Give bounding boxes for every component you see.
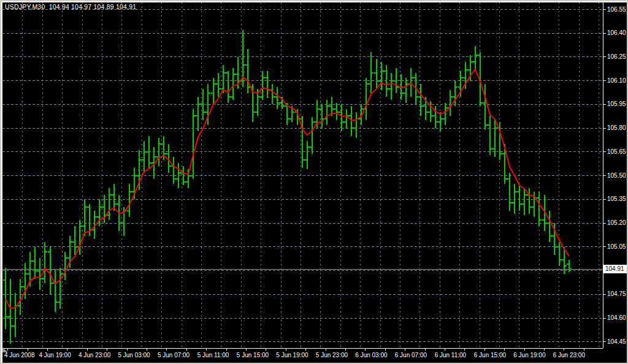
price-axis-tick-label: 106.40 [607, 29, 626, 37]
price-axis-tick-label: 105.05 [607, 243, 626, 251]
chart-title: USDJPY,M30 104.94 104.97 104.89 104.91 [5, 3, 136, 10]
time-axis-tick-label: 6 Jun 03:00 [355, 352, 387, 359]
price-axis-tick-label: 106.25 [607, 53, 626, 61]
price-axis-tick-label: 104.45 [607, 338, 626, 346]
price-axis-tick-label: 106.10 [607, 77, 626, 85]
price-axis-tick-label: 106.55 [607, 6, 626, 13]
price-axis-tick-label: 104.75 [607, 290, 626, 298]
chart-client-area: USDJPY,M30 104.94 104.97 104.89 104.91 1… [1, 1, 627, 363]
time-axis-tick-label: 6 Jun 15:00 [474, 352, 506, 359]
axis-label-overlay: USDJPY,M30 104.94 104.97 104.89 104.91 1… [2, 2, 627, 363]
price-axis-tick-label: 105.35 [607, 195, 626, 203]
time-axis-tick-label: 4 Jun 23:00 [78, 352, 110, 359]
time-axis-tick-label: 5 Jun 07:00 [158, 352, 190, 359]
time-axis-tick-label: 5 Jun 11:00 [197, 352, 229, 359]
price-axis-tick-label: 105.20 [607, 219, 626, 227]
price-axis-tick-label: 105.65 [607, 148, 626, 156]
time-axis-tick-label: 4 Jun 2008 [4, 352, 35, 359]
price-axis-tick-label: 105.80 [607, 124, 626, 132]
time-axis-tick-label: 4 Jun 19:00 [39, 352, 71, 359]
time-axis-tick-label: 6 Jun 23:00 [553, 352, 585, 359]
current-price-label: 104.91 [603, 265, 627, 273]
mt4-chart-window: USDJPY,M30 104.94 104.97 104.89 104.91 1… [0, 0, 628, 364]
time-axis-tick-label: 6 Jun 19:00 [513, 352, 545, 359]
time-axis-tick-label: 5 Jun 15:00 [237, 352, 269, 359]
time-axis-tick-label: 6 Jun 07:00 [395, 352, 427, 359]
time-axis-tick-label: 5 Jun 19:00 [276, 352, 308, 359]
time-axis-tick-label: 5 Jun 03:00 [118, 352, 150, 359]
time-axis-tick-label: 6 Jun 11:00 [435, 352, 467, 359]
price-axis-tick-label: 104.60 [607, 314, 626, 322]
time-axis-tick-label: 5 Jun 23:00 [316, 352, 348, 359]
price-axis-tick-label: 105.50 [607, 172, 626, 180]
price-axis-tick-label: 105.95 [607, 100, 626, 108]
